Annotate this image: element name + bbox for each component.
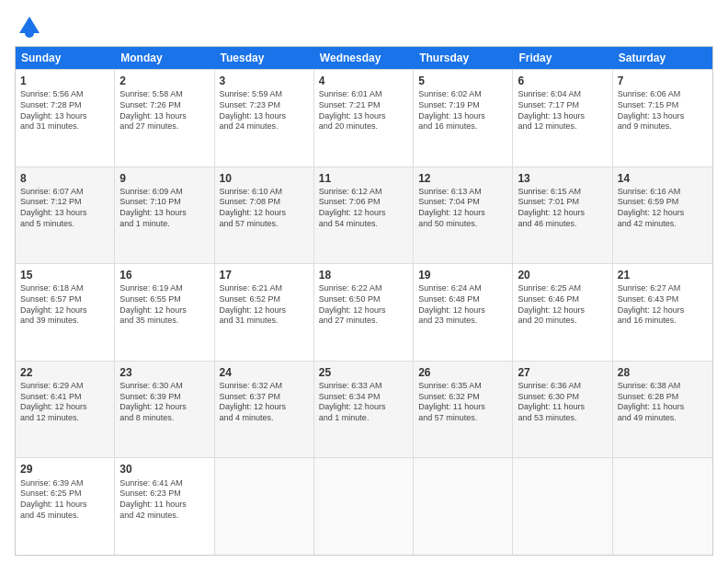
empty-cell xyxy=(215,458,314,555)
weekday-header-saturday: Saturday xyxy=(613,47,712,69)
weekday-header-friday: Friday xyxy=(513,47,612,69)
day-cell-22: 22Sunrise: 6:29 AM Sunset: 6:41 PM Dayli… xyxy=(16,362,115,458)
day-info: Sunrise: 6:39 AM Sunset: 6:25 PM Dayligh… xyxy=(20,478,109,522)
day-cell-30: 30Sunrise: 6:41 AM Sunset: 6:23 PM Dayli… xyxy=(115,458,214,555)
day-number: 11 xyxy=(319,171,408,186)
day-number: 16 xyxy=(119,268,209,282)
day-cell-6: 6Sunrise: 6:04 AM Sunset: 7:17 PM Daylig… xyxy=(513,70,612,167)
day-cell-24: 24Sunrise: 6:32 AM Sunset: 6:37 PM Dayli… xyxy=(215,362,314,458)
day-info: Sunrise: 6:24 AM Sunset: 6:48 PM Dayligh… xyxy=(418,283,507,327)
day-info: Sunrise: 6:07 AM Sunset: 7:12 PM Dayligh… xyxy=(20,187,109,230)
day-number: 20 xyxy=(518,268,607,282)
logo-icon xyxy=(17,15,41,39)
day-cell-27: 27Sunrise: 6:36 AM Sunset: 6:30 PM Dayli… xyxy=(513,362,612,458)
calendar-row-2: 15Sunrise: 6:18 AM Sunset: 6:57 PM Dayli… xyxy=(16,263,712,361)
header xyxy=(15,15,713,39)
weekday-header-wednesday: Wednesday xyxy=(314,47,414,69)
day-cell-10: 10Sunrise: 6:10 AM Sunset: 7:08 PM Dayli… xyxy=(215,167,314,264)
day-cell-25: 25Sunrise: 6:33 AM Sunset: 6:34 PM Dayli… xyxy=(314,362,414,458)
day-info: Sunrise: 6:01 AM Sunset: 7:21 PM Dayligh… xyxy=(319,89,408,132)
day-cell-3: 3Sunrise: 5:59 AM Sunset: 7:23 PM Daylig… xyxy=(215,70,314,167)
calendar: SundayMondayTuesdayWednesdayThursdayFrid… xyxy=(15,46,713,556)
day-number: 25 xyxy=(319,365,408,380)
logo xyxy=(15,15,41,39)
day-number: 15 xyxy=(20,268,109,282)
day-number: 26 xyxy=(418,365,507,380)
calendar-row-1: 8Sunrise: 6:07 AM Sunset: 7:12 PM Daylig… xyxy=(16,167,712,264)
day-number: 12 xyxy=(418,171,507,186)
calendar-body: 1Sunrise: 5:56 AM Sunset: 7:28 PM Daylig… xyxy=(16,69,712,555)
empty-cell xyxy=(513,458,612,555)
day-cell-16: 16Sunrise: 6:19 AM Sunset: 6:55 PM Dayli… xyxy=(115,264,214,361)
day-cell-7: 7Sunrise: 6:06 AM Sunset: 7:15 PM Daylig… xyxy=(613,70,712,167)
day-cell-18: 18Sunrise: 6:22 AM Sunset: 6:50 PM Dayli… xyxy=(314,264,414,361)
day-info: Sunrise: 6:09 AM Sunset: 7:10 PM Dayligh… xyxy=(119,187,209,230)
weekday-header-thursday: Thursday xyxy=(414,47,513,69)
day-info: Sunrise: 6:16 AM Sunset: 6:59 PM Dayligh… xyxy=(618,187,708,230)
calendar-row-3: 22Sunrise: 6:29 AM Sunset: 6:41 PM Dayli… xyxy=(16,361,712,458)
day-cell-9: 9Sunrise: 6:09 AM Sunset: 7:10 PM Daylig… xyxy=(115,167,214,264)
day-cell-19: 19Sunrise: 6:24 AM Sunset: 6:48 PM Dayli… xyxy=(414,264,513,361)
day-cell-12: 12Sunrise: 6:13 AM Sunset: 7:04 PM Dayli… xyxy=(414,167,513,264)
weekday-header-monday: Monday xyxy=(115,47,214,69)
day-info: Sunrise: 6:33 AM Sunset: 6:34 PM Dayligh… xyxy=(319,381,408,424)
empty-cell xyxy=(613,458,712,555)
day-cell-21: 21Sunrise: 6:27 AM Sunset: 6:43 PM Dayli… xyxy=(613,264,712,361)
day-info: Sunrise: 6:19 AM Sunset: 6:55 PM Dayligh… xyxy=(119,283,209,327)
day-cell-20: 20Sunrise: 6:25 AM Sunset: 6:46 PM Dayli… xyxy=(513,264,612,361)
day-info: Sunrise: 6:35 AM Sunset: 6:32 PM Dayligh… xyxy=(418,381,507,424)
calendar-header: SundayMondayTuesdayWednesdayThursdayFrid… xyxy=(16,47,712,69)
day-cell-29: 29Sunrise: 6:39 AM Sunset: 6:25 PM Dayli… xyxy=(16,458,115,555)
day-number: 24 xyxy=(220,365,309,380)
day-info: Sunrise: 6:30 AM Sunset: 6:39 PM Dayligh… xyxy=(119,381,209,424)
day-cell-28: 28Sunrise: 6:38 AM Sunset: 6:28 PM Dayli… xyxy=(613,362,712,458)
day-number: 19 xyxy=(418,268,507,282)
day-cell-11: 11Sunrise: 6:12 AM Sunset: 7:06 PM Dayli… xyxy=(314,167,414,264)
day-cell-23: 23Sunrise: 6:30 AM Sunset: 6:39 PM Dayli… xyxy=(115,362,214,458)
weekday-header-tuesday: Tuesday xyxy=(215,47,314,69)
day-info: Sunrise: 6:36 AM Sunset: 6:30 PM Dayligh… xyxy=(518,381,607,424)
day-number: 13 xyxy=(518,171,607,186)
day-info: Sunrise: 6:02 AM Sunset: 7:19 PM Dayligh… xyxy=(418,89,507,132)
day-number: 5 xyxy=(418,74,507,88)
day-info: Sunrise: 6:06 AM Sunset: 7:15 PM Dayligh… xyxy=(618,89,708,132)
day-info: Sunrise: 6:22 AM Sunset: 6:50 PM Dayligh… xyxy=(319,283,408,327)
day-info: Sunrise: 6:12 AM Sunset: 7:06 PM Dayligh… xyxy=(319,187,408,230)
day-info: Sunrise: 6:29 AM Sunset: 6:41 PM Dayligh… xyxy=(20,381,109,424)
day-number: 28 xyxy=(618,365,708,380)
day-number: 22 xyxy=(20,365,109,380)
day-number: 1 xyxy=(20,74,109,88)
day-number: 9 xyxy=(119,171,209,186)
day-number: 17 xyxy=(220,268,309,282)
calendar-row-0: 1Sunrise: 5:56 AM Sunset: 7:28 PM Daylig… xyxy=(16,69,712,167)
calendar-row-4: 29Sunrise: 6:39 AM Sunset: 6:25 PM Dayli… xyxy=(16,457,712,555)
day-cell-4: 4Sunrise: 6:01 AM Sunset: 7:21 PM Daylig… xyxy=(314,70,414,167)
day-number: 27 xyxy=(518,365,607,380)
day-info: Sunrise: 5:59 AM Sunset: 7:23 PM Dayligh… xyxy=(220,89,309,132)
day-info: Sunrise: 5:56 AM Sunset: 7:28 PM Dayligh… xyxy=(20,89,109,132)
day-number: 7 xyxy=(618,74,708,88)
day-info: Sunrise: 6:15 AM Sunset: 7:01 PM Dayligh… xyxy=(518,187,607,230)
day-cell-15: 15Sunrise: 6:18 AM Sunset: 6:57 PM Dayli… xyxy=(16,264,115,361)
day-cell-13: 13Sunrise: 6:15 AM Sunset: 7:01 PM Dayli… xyxy=(513,167,612,264)
empty-cell xyxy=(314,458,414,555)
empty-cell xyxy=(414,458,513,555)
day-number: 3 xyxy=(220,74,309,88)
day-cell-5: 5Sunrise: 6:02 AM Sunset: 7:19 PM Daylig… xyxy=(414,70,513,167)
day-cell-8: 8Sunrise: 6:07 AM Sunset: 7:12 PM Daylig… xyxy=(16,167,115,264)
day-number: 10 xyxy=(220,171,309,186)
day-info: Sunrise: 5:58 AM Sunset: 7:26 PM Dayligh… xyxy=(119,89,209,132)
day-number: 2 xyxy=(119,74,209,88)
day-cell-26: 26Sunrise: 6:35 AM Sunset: 6:32 PM Dayli… xyxy=(414,362,513,458)
day-number: 21 xyxy=(618,268,708,282)
day-number: 29 xyxy=(20,462,109,477)
svg-point-1 xyxy=(25,29,34,38)
day-cell-2: 2Sunrise: 5:58 AM Sunset: 7:26 PM Daylig… xyxy=(115,70,214,167)
day-info: Sunrise: 6:27 AM Sunset: 6:43 PM Dayligh… xyxy=(618,283,708,327)
day-info: Sunrise: 6:13 AM Sunset: 7:04 PM Dayligh… xyxy=(418,187,507,230)
day-info: Sunrise: 6:41 AM Sunset: 6:23 PM Dayligh… xyxy=(119,478,209,522)
day-info: Sunrise: 6:18 AM Sunset: 6:57 PM Dayligh… xyxy=(20,283,109,327)
day-cell-14: 14Sunrise: 6:16 AM Sunset: 6:59 PM Dayli… xyxy=(613,167,712,264)
page: SundayMondayTuesdayWednesdayThursdayFrid… xyxy=(0,0,728,563)
day-info: Sunrise: 6:10 AM Sunset: 7:08 PM Dayligh… xyxy=(220,187,309,230)
